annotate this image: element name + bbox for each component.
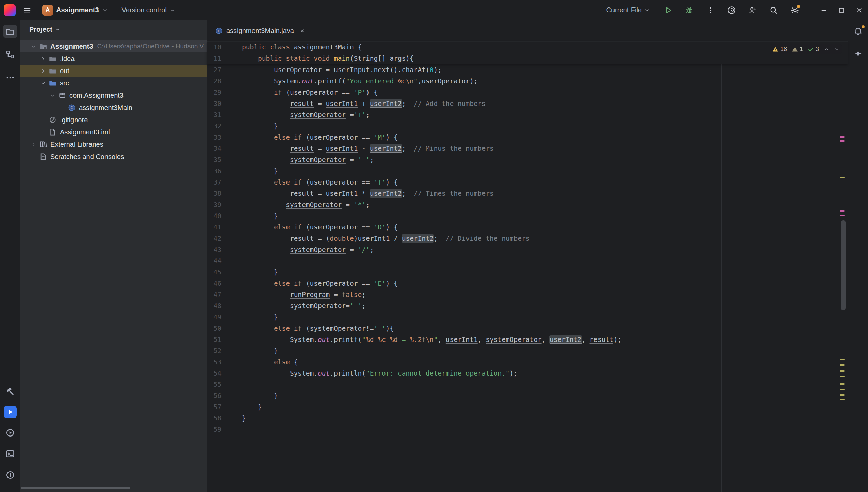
stripe-mark-warning[interactable] <box>840 364 845 366</box>
code-line-30[interactable]: 30 result = userInt1 + userInt2; // Add … <box>207 98 848 109</box>
stripe-mark-info[interactable] <box>840 215 845 216</box>
tool-stripe-button-problems[interactable] <box>3 468 17 482</box>
code-line-51[interactable]: 51 System.out.printf("%d %c %d = %.2f\n"… <box>207 334 848 345</box>
tool-stripe-button-structure[interactable] <box>3 48 17 61</box>
tool-stripe-button-terminal[interactable] <box>3 447 17 461</box>
maximize-button[interactable] <box>833 0 850 20</box>
code-line-41[interactable]: 41 else if (userOperator == 'D') { <box>207 222 848 233</box>
code-line-33[interactable]: 33 else if (userOperator == 'M') { <box>207 132 848 143</box>
code-line-34[interactable]: 34 result = userInt1 - userInt2; // Minu… <box>207 143 848 154</box>
tool-stripe-button-notifications[interactable] <box>851 25 865 38</box>
ai-assistant-icon[interactable] <box>726 4 737 16</box>
stripe-mark-warning[interactable] <box>840 394 845 396</box>
code-line-44[interactable]: 44 <box>207 255 848 267</box>
close-window-button[interactable] <box>850 0 868 20</box>
ok-inspections-count[interactable]: 3 <box>808 46 819 53</box>
search-everywhere-icon[interactable] <box>768 4 780 16</box>
tree-item-scratches-and-consoles[interactable]: Scratches and Consoles <box>20 150 207 163</box>
next-problem-chevron-icon[interactable] <box>834 47 839 52</box>
line-number: 32 <box>207 121 242 132</box>
code-line-49[interactable]: 49 } <box>207 312 848 323</box>
chevron-right-icon[interactable] <box>38 68 48 74</box>
code-line-37[interactable]: 37 else if (userOperator == 'T') { <box>207 177 848 188</box>
vcs-widget[interactable]: Version control <box>118 4 179 16</box>
code-line-46[interactable]: 46 else if (userOperator == 'E') { <box>207 278 848 289</box>
main-menu-hamburger-icon[interactable] <box>23 6 31 14</box>
code-line-27[interactable]: 27 userOperator = userInput.next().charA… <box>207 64 848 76</box>
code-line-43[interactable]: 43 systemOperator = '/'; <box>207 244 848 255</box>
inspections-widget[interactable]: 18 1 3 <box>770 44 842 54</box>
code-line-40[interactable]: 40 } <box>207 210 848 222</box>
more-actions-kebab-icon[interactable] <box>705 4 716 16</box>
code-line-28[interactable]: 28 System.out.printf("You entered %c\n",… <box>207 76 848 87</box>
code-line-32[interactable]: 32 } <box>207 121 848 132</box>
code-line-48[interactable]: 48 systemOperator=' '; <box>207 300 848 312</box>
stripe-mark-info[interactable] <box>840 140 845 142</box>
code-line-38[interactable]: 38 result = userInt1 * userInt2; // Time… <box>207 188 848 199</box>
chevron-right-icon[interactable] <box>29 142 38 147</box>
tool-stripe-button-run[interactable] <box>4 406 17 418</box>
tree-item-assignment3-iml[interactable]: Assignment3.iml <box>20 126 207 138</box>
stripe-mark-warning[interactable] <box>840 399 845 400</box>
tree-item-com-assignment3[interactable]: com.Assignment3 <box>20 89 207 101</box>
project-widget[interactable]: A Assignment3 <box>39 3 111 18</box>
tool-stripe-button-project[interactable] <box>3 25 17 38</box>
tab-close-icon[interactable] <box>300 28 305 33</box>
stripe-mark-warning[interactable] <box>840 383 845 385</box>
code-line-56[interactable]: 56 } <box>207 390 848 401</box>
code-line-29[interactable]: 29 if (userOperator == 'P') { <box>207 87 848 98</box>
chevron-right-icon[interactable] <box>38 56 48 61</box>
tree-item-out[interactable]: out <box>20 65 207 77</box>
horizontal-scrollbar[interactable] <box>21 487 130 489</box>
stripe-mark-warning[interactable] <box>840 389 845 390</box>
weak-warnings-count[interactable]: 1 <box>792 46 803 53</box>
code-line-57[interactable]: 57 } <box>207 401 848 413</box>
code-line-55[interactable]: 55 <box>207 379 848 390</box>
code-line-35[interactable]: 35 systemOperator = '-'; <box>207 154 848 165</box>
code-line-59[interactable]: 59 <box>207 424 848 435</box>
stripe-mark-warning[interactable] <box>840 370 845 372</box>
debug-button[interactable] <box>684 4 695 16</box>
tool-stripe-button-more[interactable] <box>3 71 17 84</box>
code-line-53[interactable]: 53 else { <box>207 356 848 368</box>
code-line-47[interactable]: 47 runProgram = false; <box>207 289 848 300</box>
code-line-52[interactable]: 52 } <box>207 345 848 356</box>
code-line-58[interactable]: 58} <box>207 413 848 424</box>
stripe-mark-warning[interactable] <box>840 376 845 377</box>
editor-tab-assignment3main[interactable]: C assignment3Main.java <box>210 20 312 41</box>
vertical-scrollbar[interactable] <box>841 220 846 310</box>
code-line-36[interactable]: 36 } <box>207 165 848 177</box>
minimize-button[interactable] <box>815 0 833 20</box>
run-button[interactable] <box>662 4 674 16</box>
tree-item-idea[interactable]: .idea <box>20 52 207 65</box>
code-with-me-icon[interactable] <box>747 4 758 16</box>
project-panel-header[interactable]: Project <box>20 20 207 38</box>
run-configuration-selector[interactable]: Current File <box>603 4 653 16</box>
tool-stripe-button-ai[interactable] <box>851 47 865 61</box>
tool-stripe-button-services[interactable] <box>3 426 17 440</box>
tree-item-external-libraries[interactable]: External Libraries <box>20 138 207 150</box>
tool-stripe-button-build[interactable] <box>3 384 17 398</box>
tree-item-gitignore[interactable]: .gitignore <box>20 114 207 126</box>
code-line-11[interactable]: 11 public static void main(String[] args… <box>207 53 848 64</box>
code-line-50[interactable]: 50 else if (systemOperator!=' '){ <box>207 323 848 334</box>
tree-item-assignment3main[interactable]: Cassignment3Main <box>20 101 207 114</box>
chevron-down-icon[interactable] <box>29 44 38 49</box>
code-line-39[interactable]: 39 systemOperator = '*'; <box>207 199 848 210</box>
warnings-count[interactable]: 18 <box>772 46 787 53</box>
stripe-mark-info[interactable] <box>840 210 845 212</box>
chevron-down-icon[interactable] <box>38 81 48 86</box>
code-line-10[interactable]: 10public class assignment3Main { <box>207 42 848 53</box>
stripe-mark-warning[interactable] <box>840 359 845 360</box>
code-line-31[interactable]: 31 systemOperator ='+'; <box>207 109 848 121</box>
settings-gear-icon[interactable] <box>789 4 801 16</box>
code-line-45[interactable]: 45 } <box>207 267 848 278</box>
chevron-down-icon[interactable] <box>48 93 57 98</box>
code-line-42[interactable]: 42 result = (double)userInt1 / userInt2;… <box>207 233 848 244</box>
previous-problem-chevron-icon[interactable] <box>824 47 829 52</box>
code-line-54[interactable]: 54 System.out.println("Error: cannot det… <box>207 368 848 379</box>
tree-item-assignment3[interactable]: Assignment3C:\Users\rapha\OneDrive - Hud… <box>20 40 207 52</box>
stripe-mark-info[interactable] <box>840 136 845 138</box>
tree-item-src[interactable]: src <box>20 77 207 89</box>
stripe-mark-warning[interactable] <box>840 177 845 178</box>
